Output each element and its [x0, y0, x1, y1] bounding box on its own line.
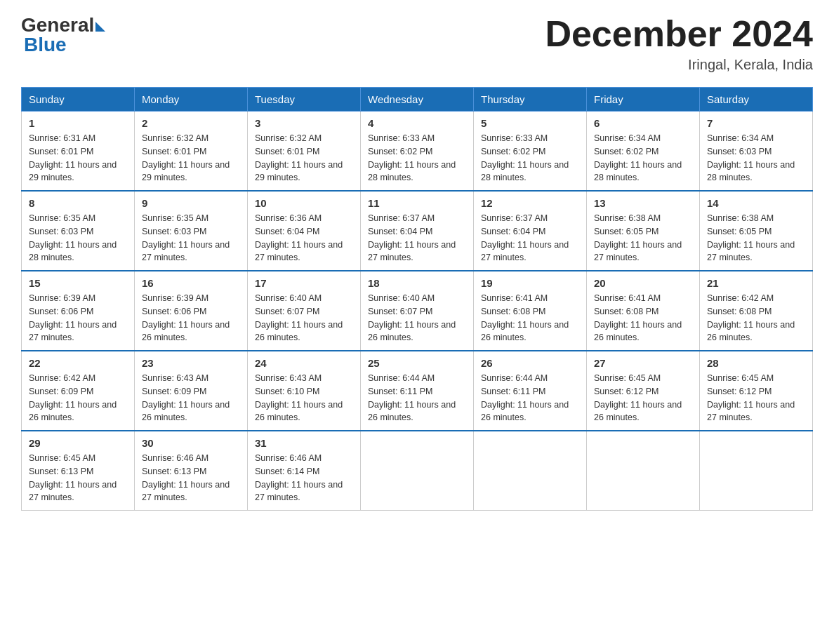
day-cell: 4 Sunrise: 6:33 AM Sunset: 6:02 PM Dayli…	[361, 112, 474, 192]
day-number: 16	[142, 277, 240, 289]
day-cell: 1 Sunrise: 6:31 AM Sunset: 6:01 PM Dayli…	[22, 112, 135, 192]
day-cell: 9 Sunrise: 6:35 AM Sunset: 6:03 PM Dayli…	[135, 191, 248, 271]
day-info: Sunrise: 6:33 AM Sunset: 6:02 PM Dayligh…	[368, 132, 466, 185]
day-number: 17	[255, 277, 353, 289]
day-info: Sunrise: 6:46 AM Sunset: 6:13 PM Dayligh…	[142, 452, 240, 504]
day-info: Sunrise: 6:31 AM Sunset: 6:01 PM Dayligh…	[29, 132, 127, 185]
day-info: Sunrise: 6:45 AM Sunset: 6:12 PM Dayligh…	[594, 372, 692, 424]
day-number: 8	[29, 197, 127, 209]
day-info: Sunrise: 6:40 AM Sunset: 6:07 PM Dayligh…	[368, 292, 466, 344]
day-info: Sunrise: 6:41 AM Sunset: 6:08 PM Dayligh…	[594, 292, 692, 344]
day-cell	[700, 431, 813, 511]
day-cell: 7 Sunrise: 6:34 AM Sunset: 6:03 PM Dayli…	[700, 112, 813, 192]
day-info: Sunrise: 6:35 AM Sunset: 6:03 PM Dayligh…	[142, 212, 240, 264]
col-header-wednesday: Wednesday	[361, 88, 474, 112]
day-info: Sunrise: 6:34 AM Sunset: 6:03 PM Dayligh…	[707, 132, 805, 185]
day-cell	[361, 431, 474, 511]
day-number: 29	[29, 437, 127, 449]
day-cell	[587, 431, 700, 511]
day-number: 10	[255, 197, 353, 209]
col-header-thursday: Thursday	[474, 88, 587, 112]
day-cell: 19 Sunrise: 6:41 AM Sunset: 6:08 PM Dayl…	[474, 271, 587, 351]
page-header: General Blue December 2024 Iringal, Kera…	[21, 14, 813, 73]
day-cell: 8 Sunrise: 6:35 AM Sunset: 6:03 PM Dayli…	[22, 191, 135, 271]
day-cell: 14 Sunrise: 6:38 AM Sunset: 6:05 PM Dayl…	[700, 191, 813, 271]
day-cell: 31 Sunrise: 6:46 AM Sunset: 6:14 PM Dayl…	[248, 431, 361, 511]
day-number: 25	[368, 357, 466, 369]
calendar-table: SundayMondayTuesdayWednesdayThursdayFrid…	[21, 87, 813, 511]
day-cell: 25 Sunrise: 6:44 AM Sunset: 6:11 PM Dayl…	[361, 351, 474, 431]
day-cell: 24 Sunrise: 6:43 AM Sunset: 6:10 PM Dayl…	[248, 351, 361, 431]
day-cell: 29 Sunrise: 6:45 AM Sunset: 6:13 PM Dayl…	[22, 431, 135, 511]
day-info: Sunrise: 6:42 AM Sunset: 6:09 PM Dayligh…	[29, 372, 127, 424]
month-title: December 2024	[545, 14, 813, 54]
day-number: 9	[142, 197, 240, 209]
header-row: SundayMondayTuesdayWednesdayThursdayFrid…	[22, 88, 813, 112]
day-number: 22	[29, 357, 127, 369]
day-number: 28	[707, 357, 805, 369]
day-info: Sunrise: 6:44 AM Sunset: 6:11 PM Dayligh…	[368, 372, 466, 424]
day-cell: 21 Sunrise: 6:42 AM Sunset: 6:08 PM Dayl…	[700, 271, 813, 351]
day-cell: 16 Sunrise: 6:39 AM Sunset: 6:06 PM Dayl…	[135, 271, 248, 351]
day-cell: 3 Sunrise: 6:32 AM Sunset: 6:01 PM Dayli…	[248, 112, 361, 192]
week-row-3: 15 Sunrise: 6:39 AM Sunset: 6:06 PM Dayl…	[22, 271, 813, 351]
day-number: 6	[594, 117, 692, 129]
day-cell: 12 Sunrise: 6:37 AM Sunset: 6:04 PM Dayl…	[474, 191, 587, 271]
day-info: Sunrise: 6:40 AM Sunset: 6:07 PM Dayligh…	[255, 292, 353, 344]
day-cell: 22 Sunrise: 6:42 AM Sunset: 6:09 PM Dayl…	[22, 351, 135, 431]
day-info: Sunrise: 6:37 AM Sunset: 6:04 PM Dayligh…	[481, 212, 579, 264]
day-cell: 5 Sunrise: 6:33 AM Sunset: 6:02 PM Dayli…	[474, 112, 587, 192]
day-number: 5	[481, 117, 579, 129]
week-row-4: 22 Sunrise: 6:42 AM Sunset: 6:09 PM Dayl…	[22, 351, 813, 431]
col-header-sunday: Sunday	[22, 88, 135, 112]
day-number: 20	[594, 277, 692, 289]
day-info: Sunrise: 6:39 AM Sunset: 6:06 PM Dayligh…	[142, 292, 240, 344]
day-info: Sunrise: 6:34 AM Sunset: 6:02 PM Dayligh…	[594, 132, 692, 185]
day-cell: 23 Sunrise: 6:43 AM Sunset: 6:09 PM Dayl…	[135, 351, 248, 431]
day-info: Sunrise: 6:33 AM Sunset: 6:02 PM Dayligh…	[481, 132, 579, 185]
day-info: Sunrise: 6:38 AM Sunset: 6:05 PM Dayligh…	[707, 212, 805, 264]
title-area: December 2024 Iringal, Kerala, India	[545, 14, 813, 73]
day-number: 19	[481, 277, 579, 289]
day-cell: 15 Sunrise: 6:39 AM Sunset: 6:06 PM Dayl…	[22, 271, 135, 351]
location-subtitle: Iringal, Kerala, India	[545, 57, 813, 73]
day-number: 13	[594, 197, 692, 209]
day-number: 1	[29, 117, 127, 129]
day-cell: 18 Sunrise: 6:40 AM Sunset: 6:07 PM Dayl…	[361, 271, 474, 351]
day-info: Sunrise: 6:38 AM Sunset: 6:05 PM Dayligh…	[594, 212, 692, 264]
week-row-2: 8 Sunrise: 6:35 AM Sunset: 6:03 PM Dayli…	[22, 191, 813, 271]
day-cell	[474, 431, 587, 511]
day-cell: 11 Sunrise: 6:37 AM Sunset: 6:04 PM Dayl…	[361, 191, 474, 271]
day-cell: 27 Sunrise: 6:45 AM Sunset: 6:12 PM Dayl…	[587, 351, 700, 431]
day-number: 24	[255, 357, 353, 369]
day-number: 18	[368, 277, 466, 289]
day-number: 7	[707, 117, 805, 129]
day-number: 31	[255, 437, 353, 449]
week-row-5: 29 Sunrise: 6:45 AM Sunset: 6:13 PM Dayl…	[22, 431, 813, 511]
day-number: 14	[707, 197, 805, 209]
col-header-monday: Monday	[135, 88, 248, 112]
day-cell: 10 Sunrise: 6:36 AM Sunset: 6:04 PM Dayl…	[248, 191, 361, 271]
day-cell: 30 Sunrise: 6:46 AM Sunset: 6:13 PM Dayl…	[135, 431, 248, 511]
day-cell: 17 Sunrise: 6:40 AM Sunset: 6:07 PM Dayl…	[248, 271, 361, 351]
logo-blue-text: Blue	[24, 34, 67, 56]
day-cell: 28 Sunrise: 6:45 AM Sunset: 6:12 PM Dayl…	[700, 351, 813, 431]
day-cell: 13 Sunrise: 6:38 AM Sunset: 6:05 PM Dayl…	[587, 191, 700, 271]
day-info: Sunrise: 6:36 AM Sunset: 6:04 PM Dayligh…	[255, 212, 353, 264]
day-info: Sunrise: 6:44 AM Sunset: 6:11 PM Dayligh…	[481, 372, 579, 424]
day-info: Sunrise: 6:45 AM Sunset: 6:12 PM Dayligh…	[707, 372, 805, 424]
day-info: Sunrise: 6:32 AM Sunset: 6:01 PM Dayligh…	[142, 132, 240, 185]
day-cell: 26 Sunrise: 6:44 AM Sunset: 6:11 PM Dayl…	[474, 351, 587, 431]
day-info: Sunrise: 6:32 AM Sunset: 6:01 PM Dayligh…	[255, 132, 353, 185]
col-header-friday: Friday	[587, 88, 700, 112]
day-number: 23	[142, 357, 240, 369]
day-cell: 6 Sunrise: 6:34 AM Sunset: 6:02 PM Dayli…	[587, 112, 700, 192]
day-info: Sunrise: 6:41 AM Sunset: 6:08 PM Dayligh…	[481, 292, 579, 344]
col-header-tuesday: Tuesday	[248, 88, 361, 112]
day-info: Sunrise: 6:43 AM Sunset: 6:10 PM Dayligh…	[255, 372, 353, 424]
day-info: Sunrise: 6:42 AM Sunset: 6:08 PM Dayligh…	[707, 292, 805, 344]
day-cell: 20 Sunrise: 6:41 AM Sunset: 6:08 PM Dayl…	[587, 271, 700, 351]
day-number: 15	[29, 277, 127, 289]
day-number: 3	[255, 117, 353, 129]
logo: General Blue	[21, 14, 105, 56]
